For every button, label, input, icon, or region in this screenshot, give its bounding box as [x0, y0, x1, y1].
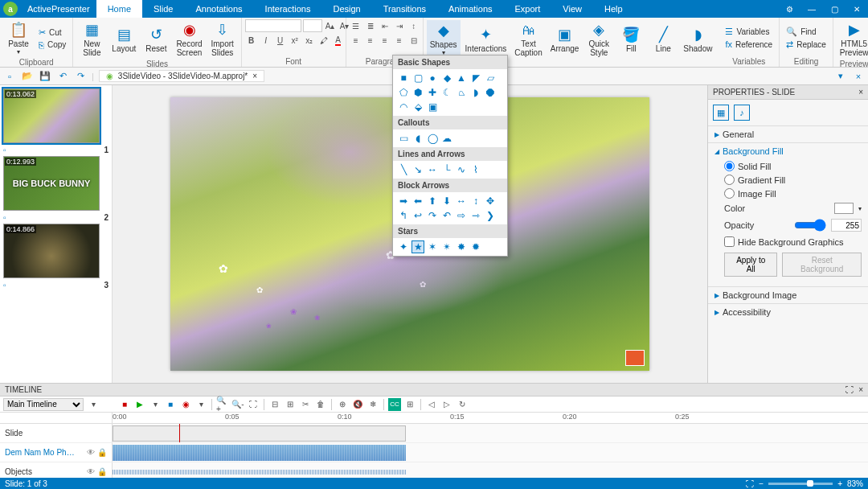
next-frame-icon[interactable]: ▷ [440, 398, 453, 411]
reset-background-button[interactable]: Reset Background [782, 253, 862, 277]
find-button[interactable]: 🔍Find [783, 26, 829, 38]
reference-button[interactable]: fxReference [722, 39, 776, 50]
insert-time-icon[interactable]: ⊕ [336, 398, 349, 411]
opacity-input[interactable] [831, 219, 862, 232]
font-family-input[interactable] [245, 19, 301, 32]
delete-icon[interactable]: 🗑 [314, 398, 327, 411]
cut-button[interactable]: ✂Cut [35, 27, 69, 39]
tab-interactions[interactable]: Interactions [254, 0, 322, 18]
tab-help[interactable]: Help [593, 0, 634, 18]
bullets-icon[interactable]: ☰ [350, 19, 362, 32]
shape-octagon[interactable]: ⯃ [485, 87, 496, 98]
volume-icon[interactable]: ▾ [194, 398, 207, 411]
zoom-fit-icon[interactable]: ⛶ [247, 398, 260, 411]
arrow-updown[interactable]: ↕ [470, 195, 481, 207]
objects-clip[interactable] [113, 470, 406, 475]
fit-icon[interactable]: ⛶ [746, 479, 754, 488]
align-left-icon[interactable]: ≡ [350, 34, 362, 47]
panel-menu-icon[interactable]: ▾ [834, 70, 847, 83]
sup-icon[interactable]: x² [289, 34, 301, 47]
lock-icon[interactable]: 🔒 [97, 448, 107, 457]
underline-icon[interactable]: U [274, 34, 287, 47]
stop-icon[interactable]: ■ [164, 398, 177, 411]
indent-dec-icon[interactable]: ⇤ [379, 19, 391, 32]
callout-rect[interactable]: ▭ [398, 133, 409, 144]
join-icon[interactable]: ⊞ [284, 398, 297, 411]
star-8[interactable]: ✴ [441, 241, 452, 253]
shape-chord[interactable]: ◠ [398, 101, 409, 113]
dropdown-icon[interactable]: ▾ [858, 205, 862, 212]
section-general[interactable]: ▶General [708, 125, 868, 142]
split-icon[interactable]: ⊟ [268, 398, 281, 411]
timeline-select[interactable]: Main Timeline [3, 398, 84, 411]
paste-button[interactable]: 📋Paste▾ [3, 19, 34, 57]
shape-moon[interactable]: ☾ [441, 87, 452, 98]
star-6[interactable]: ✶ [427, 241, 438, 253]
valign-icon[interactable]: ⊟ [407, 34, 420, 47]
panel-close-icon[interactable]: × [852, 70, 865, 83]
arrow-bent[interactable]: ↰ [398, 210, 409, 221]
shape-frame[interactable]: ▣ [427, 101, 438, 113]
hide-bg-graphics-checkbox[interactable]: Hide Background Graphics [724, 234, 862, 249]
timeline-list-icon[interactable]: ▾ [87, 398, 100, 411]
reset-button[interactable]: ↺Reset [141, 24, 171, 55]
eye-icon[interactable]: 👁 [87, 448, 95, 457]
maximize-icon[interactable]: ▢ [823, 0, 845, 18]
zoom-out-icon[interactable]: 🔍- [231, 398, 244, 411]
qat-save-icon[interactable]: 💾 [39, 70, 51, 83]
line-spacing-icon[interactable]: ↕ [407, 19, 420, 32]
star-explosion[interactable]: ✸ [456, 241, 467, 253]
indent-inc-icon[interactable]: ⇥ [393, 19, 406, 32]
star-seal[interactable]: ✹ [470, 241, 481, 253]
shape-oval[interactable]: ● [427, 72, 438, 84]
arrow-notched[interactable]: ⇾ [470, 210, 481, 221]
line-button[interactable]: ╱Line [648, 24, 678, 55]
silence-icon[interactable]: 🔇 [351, 398, 364, 411]
arrow-up[interactable]: ⬆ [427, 195, 438, 207]
arrow-curved-r[interactable]: ↷ [427, 210, 438, 221]
radio-image-fill[interactable]: Image Fill [724, 187, 862, 200]
tab-annotations[interactable]: Annotations [184, 0, 253, 18]
callout-oval[interactable]: ◯ [427, 133, 438, 144]
freeze-icon[interactable]: ❄ [366, 398, 379, 411]
arrow-striped[interactable]: ⇨ [456, 210, 467, 221]
quick-style-button[interactable]: ◈Quick Style [583, 19, 614, 59]
close-doc-icon[interactable]: × [252, 72, 257, 80]
visibility-icon[interactable]: ▫ [3, 213, 6, 222]
arrow-leftright[interactable]: ↔ [456, 195, 467, 207]
zoom-in-icon[interactable]: 🔍+ [216, 398, 229, 411]
line-freeform[interactable]: ⌇ [470, 164, 481, 175]
text-caption-button[interactable]: 🗛Text Caption [511, 20, 545, 59]
slide-thumb-3[interactable]: 0:14.866 3 ▫ [3, 224, 108, 278]
zoom-slider[interactable] [768, 483, 833, 485]
zoom-out-icon[interactable]: − [759, 479, 764, 488]
tab-export[interactable]: Export [504, 0, 552, 18]
document-tab[interactable]: ◉ 3SlideVideo - 3SlideVideo-M.approj* × [99, 70, 264, 82]
tab-animations[interactable]: Animations [437, 0, 503, 18]
zoom-in-icon[interactable]: + [837, 479, 842, 488]
shape-teardrop[interactable]: ⬙ [412, 101, 424, 113]
font-size-input[interactable] [303, 19, 322, 32]
line-arrow[interactable]: ↘ [412, 164, 424, 175]
shape-parallelogram[interactable]: ▱ [485, 72, 496, 84]
tab-transitions[interactable]: Transitions [372, 0, 437, 18]
lock-icon[interactable]: 🔒 [97, 467, 107, 476]
qat-new-icon[interactable]: ▫ [3, 70, 16, 83]
align-right-icon[interactable]: ≡ [379, 34, 391, 47]
line-double-arrow[interactable]: ↔ [427, 164, 438, 175]
shadow-button[interactable]: ◗Shadow [680, 24, 715, 55]
arrow-left[interactable]: ⬅ [412, 195, 424, 207]
shape-rectangle[interactable]: ■ [398, 72, 409, 84]
copy-button[interactable]: ⎘Copy [35, 39, 69, 51]
radio-gradient-fill[interactable]: Gradient Fill [724, 173, 862, 187]
fill-button[interactable]: 🪣Fill [616, 24, 646, 55]
slide-clip[interactable] [113, 425, 406, 442]
apply-to-all-button[interactable]: Apply to All [724, 253, 777, 277]
record-audio-icon[interactable]: ◉ [179, 398, 192, 411]
loop-icon[interactable]: ↻ [456, 398, 469, 411]
opacity-slider[interactable] [794, 219, 826, 232]
grow-font-icon[interactable]: A▴ [324, 19, 337, 32]
close-icon[interactable]: ✕ [845, 0, 868, 18]
line-straight[interactable]: ╲ [398, 164, 409, 175]
radio-solid-fill[interactable]: Solid Fill [724, 159, 862, 173]
